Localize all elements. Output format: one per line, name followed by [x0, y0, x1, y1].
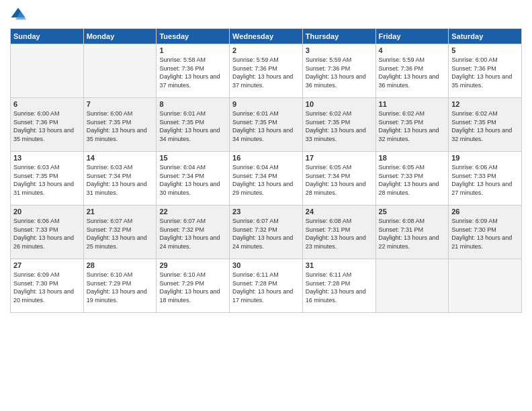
day-info: Sunrise: 6:05 AM Sunset: 7:34 PM Dayligh… — [306, 163, 373, 197]
day-info: Sunrise: 6:06 AM Sunset: 7:33 PM Dayligh… — [451, 163, 519, 197]
day-info: Sunrise: 6:10 AM Sunset: 7:29 PM Dayligh… — [159, 271, 226, 304]
page: SundayMondayTuesdayWednesdayThursdayFrid… — [0, 0, 532, 411]
day-info: Sunrise: 5:59 AM Sunset: 7:36 PM Dayligh… — [232, 56, 300, 89]
day-cell: 12Sunrise: 6:02 AM Sunset: 7:35 PM Dayli… — [449, 98, 522, 152]
day-number: 28 — [87, 261, 154, 269]
week-row-1: 1Sunrise: 5:58 AM Sunset: 7:36 PM Daylig… — [11, 44, 522, 98]
day-cell: 26Sunrise: 6:09 AM Sunset: 7:30 PM Dayli… — [449, 205, 522, 259]
day-info: Sunrise: 6:02 AM Sunset: 7:35 PM Dayligh… — [451, 109, 519, 143]
day-cell: 17Sunrise: 6:05 AM Sunset: 7:34 PM Dayli… — [302, 152, 375, 205]
day-number: 17 — [306, 154, 373, 162]
day-number: 3 — [306, 46, 373, 54]
day-number: 1 — [159, 46, 226, 54]
weekday-header-sunday: Sunday — [11, 29, 84, 44]
day-cell: 4Sunrise: 5:59 AM Sunset: 7:36 PM Daylig… — [375, 44, 449, 98]
day-cell: 20Sunrise: 6:06 AM Sunset: 7:33 PM Dayli… — [11, 205, 84, 259]
week-row-2: 6Sunrise: 6:00 AM Sunset: 7:36 PM Daylig… — [11, 98, 522, 152]
day-number: 25 — [379, 208, 446, 216]
day-number: 13 — [13, 154, 81, 162]
day-cell — [449, 259, 522, 313]
day-number: 12 — [451, 100, 519, 108]
day-number: 29 — [159, 261, 226, 269]
day-number: 31 — [306, 261, 373, 269]
day-number: 19 — [451, 154, 519, 162]
day-cell — [375, 259, 449, 313]
day-info: Sunrise: 6:06 AM Sunset: 7:33 PM Dayligh… — [13, 217, 81, 250]
day-cell: 29Sunrise: 6:10 AM Sunset: 7:29 PM Dayli… — [157, 259, 230, 313]
day-cell: 30Sunrise: 6:11 AM Sunset: 7:28 PM Dayli… — [230, 259, 303, 313]
day-info: Sunrise: 5:58 AM Sunset: 7:36 PM Dayligh… — [159, 56, 226, 89]
day-number: 22 — [159, 208, 226, 216]
day-number: 2 — [232, 46, 300, 54]
day-number: 11 — [379, 100, 446, 108]
day-info: Sunrise: 6:00 AM Sunset: 7:36 PM Dayligh… — [451, 56, 519, 89]
logo-icon — [10, 7, 26, 23]
day-number: 18 — [379, 154, 446, 162]
day-cell: 7Sunrise: 6:00 AM Sunset: 7:35 PM Daylig… — [83, 98, 157, 152]
weekday-header-saturday: Saturday — [449, 29, 522, 44]
day-number: 5 — [451, 46, 519, 54]
day-number: 7 — [87, 100, 154, 108]
day-cell: 6Sunrise: 6:00 AM Sunset: 7:36 PM Daylig… — [11, 98, 84, 152]
day-cell: 8Sunrise: 6:01 AM Sunset: 7:35 PM Daylig… — [157, 98, 230, 152]
day-cell: 9Sunrise: 6:01 AM Sunset: 7:35 PM Daylig… — [230, 98, 303, 152]
day-cell: 3Sunrise: 5:59 AM Sunset: 7:36 PM Daylig… — [302, 44, 375, 98]
day-cell: 5Sunrise: 6:00 AM Sunset: 7:36 PM Daylig… — [449, 44, 522, 98]
day-cell: 19Sunrise: 6:06 AM Sunset: 7:33 PM Dayli… — [449, 152, 522, 205]
day-cell: 27Sunrise: 6:09 AM Sunset: 7:30 PM Dayli… — [11, 259, 84, 313]
week-row-4: 20Sunrise: 6:06 AM Sunset: 7:33 PM Dayli… — [11, 205, 522, 259]
day-cell: 31Sunrise: 6:11 AM Sunset: 7:28 PM Dayli… — [302, 259, 375, 313]
day-number: 8 — [159, 100, 226, 108]
day-info: Sunrise: 6:08 AM Sunset: 7:31 PM Dayligh… — [306, 217, 373, 250]
day-info: Sunrise: 6:05 AM Sunset: 7:33 PM Dayligh… — [379, 163, 446, 197]
day-info: Sunrise: 6:08 AM Sunset: 7:31 PM Dayligh… — [379, 217, 446, 250]
day-cell: 18Sunrise: 6:05 AM Sunset: 7:33 PM Dayli… — [375, 152, 449, 205]
week-row-5: 27Sunrise: 6:09 AM Sunset: 7:30 PM Dayli… — [11, 259, 522, 313]
weekday-header-friday: Friday — [375, 29, 449, 44]
day-number: 15 — [159, 154, 226, 162]
day-number: 20 — [13, 208, 81, 216]
day-number: 21 — [87, 208, 154, 216]
day-info: Sunrise: 6:01 AM Sunset: 7:35 PM Dayligh… — [232, 109, 300, 143]
day-cell: 21Sunrise: 6:07 AM Sunset: 7:32 PM Dayli… — [83, 205, 157, 259]
day-info: Sunrise: 6:11 AM Sunset: 7:28 PM Dayligh… — [232, 271, 300, 304]
day-info: Sunrise: 5:59 AM Sunset: 7:36 PM Dayligh… — [379, 56, 446, 89]
day-info: Sunrise: 6:03 AM Sunset: 7:35 PM Dayligh… — [13, 163, 81, 197]
weekday-header-wednesday: Wednesday — [230, 29, 303, 44]
day-number: 27 — [13, 261, 81, 269]
day-cell: 13Sunrise: 6:03 AM Sunset: 7:35 PM Dayli… — [11, 152, 84, 205]
day-number: 16 — [232, 154, 300, 162]
weekday-row: SundayMondayTuesdayWednesdayThursdayFrid… — [11, 29, 522, 44]
day-number: 26 — [451, 208, 519, 216]
calendar-table: SundayMondayTuesdayWednesdayThursdayFrid… — [10, 28, 522, 313]
day-number: 9 — [232, 100, 300, 108]
day-info: Sunrise: 6:04 AM Sunset: 7:34 PM Dayligh… — [232, 163, 300, 197]
day-number: 4 — [379, 46, 446, 54]
day-number: 23 — [232, 208, 300, 216]
logo — [10, 7, 29, 23]
day-cell: 28Sunrise: 6:10 AM Sunset: 7:29 PM Dayli… — [83, 259, 157, 313]
day-info: Sunrise: 6:00 AM Sunset: 7:35 PM Dayligh… — [87, 109, 154, 143]
day-cell — [83, 44, 157, 98]
day-info: Sunrise: 6:03 AM Sunset: 7:34 PM Dayligh… — [87, 163, 154, 197]
day-info: Sunrise: 6:02 AM Sunset: 7:35 PM Dayligh… — [379, 109, 446, 143]
day-info: Sunrise: 6:10 AM Sunset: 7:29 PM Dayligh… — [87, 271, 154, 304]
day-info: Sunrise: 5:59 AM Sunset: 7:36 PM Dayligh… — [306, 56, 373, 89]
day-info: Sunrise: 6:11 AM Sunset: 7:28 PM Dayligh… — [306, 271, 373, 304]
day-info: Sunrise: 6:01 AM Sunset: 7:35 PM Dayligh… — [159, 109, 226, 143]
day-cell — [11, 44, 84, 98]
day-number: 10 — [306, 100, 373, 108]
weekday-header-monday: Monday — [83, 29, 157, 44]
day-cell: 11Sunrise: 6:02 AM Sunset: 7:35 PM Dayli… — [375, 98, 449, 152]
day-info: Sunrise: 6:02 AM Sunset: 7:35 PM Dayligh… — [306, 109, 373, 143]
header — [10, 7, 522, 23]
day-cell: 22Sunrise: 6:07 AM Sunset: 7:32 PM Dayli… — [157, 205, 230, 259]
day-number: 6 — [13, 100, 81, 108]
day-info: Sunrise: 6:04 AM Sunset: 7:34 PM Dayligh… — [159, 163, 226, 197]
day-info: Sunrise: 6:00 AM Sunset: 7:36 PM Dayligh… — [13, 109, 81, 143]
day-info: Sunrise: 6:07 AM Sunset: 7:32 PM Dayligh… — [232, 217, 300, 250]
day-info: Sunrise: 6:07 AM Sunset: 7:32 PM Dayligh… — [87, 217, 154, 250]
day-cell: 10Sunrise: 6:02 AM Sunset: 7:35 PM Dayli… — [302, 98, 375, 152]
day-cell: 15Sunrise: 6:04 AM Sunset: 7:34 PM Dayli… — [157, 152, 230, 205]
day-info: Sunrise: 6:09 AM Sunset: 7:30 PM Dayligh… — [13, 271, 81, 304]
